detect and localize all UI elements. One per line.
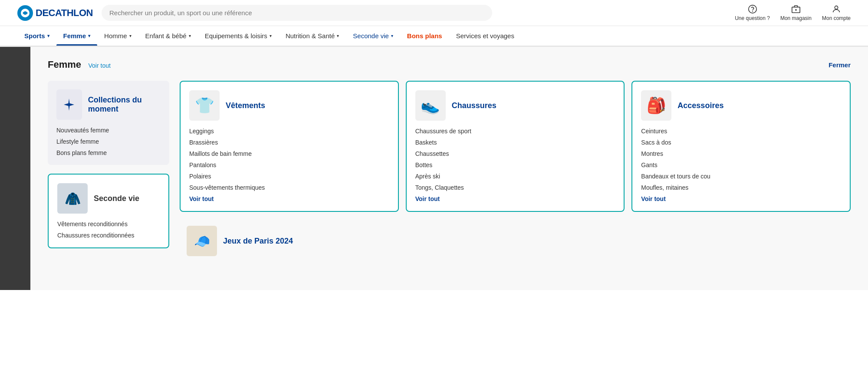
nav-item-seconde-vie[interactable]: Seconde vie ▾	[346, 26, 400, 46]
list-item[interactable]: Baskets	[415, 139, 615, 146]
list-item[interactable]: Sous-vêtements thermiques	[189, 184, 389, 191]
logo-text: DECATHLON	[36, 7, 93, 19]
help-label: Une question ?	[735, 15, 770, 21]
list-item[interactable]: Pantalons	[189, 161, 389, 168]
vetements-title[interactable]: Vêtements	[226, 101, 265, 110]
list-item[interactable]: Bottes	[415, 161, 615, 168]
dropdown-overlay: Femme Voir tout Fermer Collections du mo	[0, 46, 868, 290]
person-icon	[832, 4, 841, 14]
accessoires-card: 🎒 Accessoires Ceintures Sacs à dos Montr…	[631, 81, 851, 212]
chevron-down-icon: ▾	[391, 33, 393, 38]
dropdown-title: Femme	[48, 59, 81, 70]
chevron-down-icon: ▾	[47, 33, 49, 38]
seconde-vie-icon: 🧥	[57, 183, 88, 214]
chaussures-header: 👟 Chaussures	[415, 90, 615, 121]
nav-item-services[interactable]: Services et voyages	[449, 26, 521, 46]
logo-icon	[17, 5, 33, 21]
list-item[interactable]: Leggings	[189, 128, 389, 135]
list-item[interactable]: Chaussures reconditionnées	[57, 232, 160, 239]
right-columns: 👕 Vêtements Leggings Brassières Maillots…	[180, 81, 851, 263]
collections-links: Nouveautés femme Lifestyle femme Bons pl…	[56, 127, 161, 156]
nav-item-nutrition[interactable]: Nutrition & Santé ▾	[279, 26, 346, 46]
list-item[interactable]: Maillots de bain femme	[189, 150, 389, 157]
accessoires-links: Ceintures Sacs à dos Montres Gants Bande…	[641, 128, 841, 191]
nav-item-enfant[interactable]: Enfant & bébé ▾	[138, 26, 198, 46]
collections-header: Collections du moment	[56, 89, 161, 120]
list-item[interactable]: Lifestyle femme	[56, 138, 161, 145]
jeux-paris-title[interactable]: Jeux de Paris 2024	[223, 237, 293, 246]
list-item[interactable]: Tongs, Claquettes	[415, 184, 615, 191]
vetements-voir-tout[interactable]: Voir tout	[189, 195, 389, 202]
left-column: Collections du moment Nouveautés femme L…	[48, 81, 169, 263]
list-item[interactable]: Ceintures	[641, 128, 841, 135]
nav-item-femme[interactable]: Femme ▾	[56, 26, 98, 46]
svg-point-4	[752, 11, 753, 11]
list-item[interactable]: Chaussures de sport	[415, 128, 615, 135]
search-input[interactable]	[109, 9, 480, 16]
vetements-header: 👕 Vêtements	[189, 90, 389, 121]
chevron-down-icon: ▾	[337, 33, 339, 38]
svg-point-3	[748, 5, 756, 13]
dropdown-title-area: Femme Voir tout	[48, 59, 111, 70]
list-item[interactable]: Vêtements reconditionnés	[57, 221, 160, 227]
accessoires-title[interactable]: Accessoires	[677, 101, 723, 110]
chevron-down-icon: ▾	[88, 33, 90, 38]
nav-item-sports[interactable]: Sports ▾	[17, 26, 56, 46]
fermer-button[interactable]: Fermer	[829, 61, 851, 69]
list-item[interactable]: Bandeaux et tours de cou	[641, 173, 841, 180]
dropdown-content: Femme Voir tout Fermer Collections du mo	[30, 47, 868, 290]
nav-sports-label: Sports	[24, 32, 45, 40]
nav-homme-label: Homme	[104, 32, 127, 40]
vetements-links: Leggings Brassières Maillots de bain fem…	[189, 128, 389, 191]
store-action[interactable]: Mon magasin	[780, 4, 812, 21]
list-item[interactable]: Moufles, mitaines	[641, 184, 841, 191]
list-item[interactable]: Bons plans femme	[56, 149, 161, 156]
list-item[interactable]: Montres	[641, 150, 841, 157]
seconde-vie-header: 🧥 Seconde vie	[57, 183, 160, 214]
nav-nutrition-label: Nutrition & Santé	[286, 32, 335, 40]
main-nav: Sports ▾ Femme ▾ Homme ▾ Enfant & bébé ▾…	[0, 26, 868, 46]
list-item[interactable]: Nouveautés femme	[56, 127, 161, 134]
dropdown-header: Femme Voir tout Fermer	[48, 59, 851, 70]
nav-services-label: Services et voyages	[456, 32, 514, 40]
seconde-vie-links: Vêtements reconditionnés Chaussures reco…	[57, 221, 160, 239]
list-item[interactable]: Après ski	[415, 173, 615, 180]
list-item[interactable]: Gants	[641, 161, 841, 168]
nav-equipements-label: Equipements & loisirs	[205, 32, 267, 40]
account-label: Mon compte	[822, 15, 851, 21]
list-item[interactable]: Chaussettes	[415, 150, 615, 157]
help-action[interactable]: Une question ?	[735, 4, 770, 21]
dropdown-voir-tout[interactable]: Voir tout	[89, 62, 111, 69]
store-icon	[791, 4, 801, 14]
chaussures-icon: 👟	[415, 90, 446, 121]
list-item[interactable]: Sacs à dos	[641, 139, 841, 146]
dropdown-grid: Collections du moment Nouveautés femme L…	[48, 81, 851, 263]
logo[interactable]: DECATHLON	[17, 5, 93, 21]
chaussures-title[interactable]: Chaussures	[452, 101, 496, 110]
nav-femme-label: Femme	[63, 32, 86, 40]
seconde-vie-card: 🧥 Seconde vie Vêtements reconditionnés C…	[48, 174, 169, 248]
accessoires-icon: 🎒	[641, 90, 671, 121]
nav-item-equipements[interactable]: Equipements & loisirs ▾	[198, 26, 279, 46]
search-bar	[102, 5, 492, 21]
chevron-down-icon: ▾	[270, 33, 272, 38]
accessoires-voir-tout[interactable]: Voir tout	[641, 195, 841, 202]
nav-bons-plans-label: Bons plans	[407, 32, 442, 40]
jeux-paris-card[interactable]: 🧢 Jeux de Paris 2024	[180, 219, 399, 263]
jeux-paris-icon: 🧢	[187, 226, 217, 256]
chevron-down-icon: ▾	[189, 33, 191, 38]
chaussures-voir-tout[interactable]: Voir tout	[415, 195, 615, 202]
list-item[interactable]: Brassières	[189, 139, 389, 146]
list-item[interactable]: Polaires	[189, 173, 389, 180]
nav-item-bons-plans[interactable]: Bons plans	[400, 26, 449, 46]
seconde-vie-title[interactable]: Seconde vie	[94, 194, 139, 203]
sidebar-dark	[0, 47, 30, 290]
collections-title[interactable]: Collections du moment	[88, 96, 161, 114]
chevron-down-icon: ▾	[129, 33, 132, 38]
nav-item-homme[interactable]: Homme ▾	[97, 26, 138, 46]
header-actions: Une question ? Mon magasin Mon compte	[735, 4, 851, 21]
account-action[interactable]: Mon compte	[822, 4, 851, 21]
sparkle-icon	[56, 89, 82, 120]
vetements-card: 👕 Vêtements Leggings Brassières Maillots…	[180, 81, 399, 212]
chaussures-card: 👟 Chaussures Chaussures de sport Baskets…	[406, 81, 625, 212]
